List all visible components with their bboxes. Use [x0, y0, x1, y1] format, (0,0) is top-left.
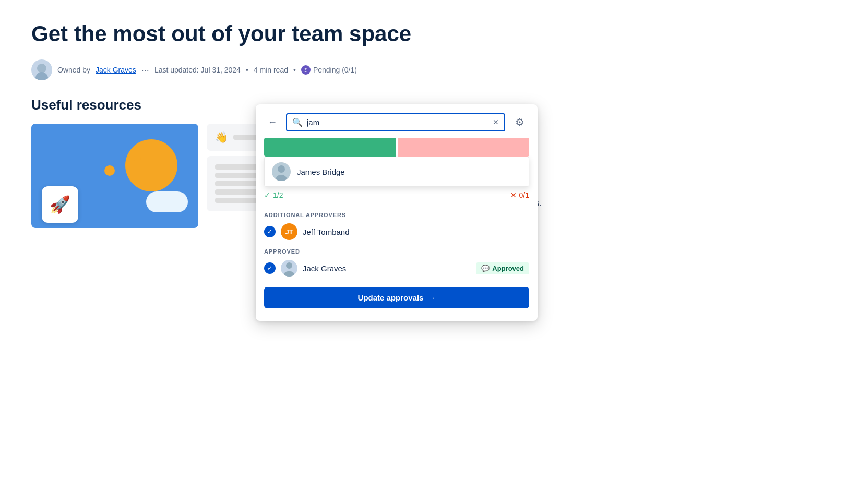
update-btn-label: Update approvals: [358, 293, 424, 302]
popup-header: ← 🔍 ✕ ⚙: [256, 104, 538, 138]
approved-badge: 💬 Approved: [476, 262, 529, 274]
more-options-dots[interactable]: ···: [141, 65, 149, 76]
resource-card-main[interactable]: 🚀: [31, 124, 198, 228]
jack-checkbox[interactable]: ✓: [264, 262, 276, 274]
approver-row-jeff: ✓ JT Jeff Tomband: [264, 223, 529, 240]
update-approvals-button[interactable]: Update approvals →: [264, 287, 529, 308]
pending-badge: ⏱ Pending (0/1): [301, 65, 357, 75]
jeff-avatar: JT: [281, 223, 297, 240]
check-icon: ✓: [264, 191, 270, 199]
approved-label: APPROVED: [264, 248, 529, 255]
separator1: •: [246, 66, 248, 74]
status-pink: [398, 138, 529, 157]
check-count: ✓ 1/2: [264, 191, 283, 199]
last-updated: Last updated: Jul 31, 2024: [154, 66, 241, 74]
rocket-card: 🚀: [42, 186, 78, 223]
wave-icon: 👋: [215, 131, 228, 143]
search-input[interactable]: [307, 118, 488, 127]
jack-graves-name: Jack Graves: [303, 264, 471, 273]
pending-label: Pending (0/1): [313, 66, 357, 74]
arrow-icon: →: [427, 293, 435, 302]
approver-row-jack: ✓ Jack Graves 💬 Approved: [264, 260, 529, 277]
back-button[interactable]: ←: [264, 114, 281, 130]
page-title: Get the most out of your team space: [31, 21, 828, 47]
separator2: •: [293, 66, 296, 74]
owner-link[interactable]: Jack Graves: [96, 66, 136, 74]
avatar: [31, 59, 52, 80]
x-value: 0/1: [519, 191, 529, 199]
dot1: [104, 165, 115, 176]
settings-button[interactable]: ⚙: [510, 113, 529, 131]
search-box: 🔍 ✕: [286, 113, 505, 131]
cloud-shape: [146, 191, 188, 212]
person-face: [272, 162, 291, 181]
jack-graves-avatar: [281, 260, 297, 277]
x-count: ✕ 0/1: [510, 191, 529, 199]
clear-icon[interactable]: ✕: [493, 118, 499, 126]
pending-icon: ⏱: [301, 65, 311, 75]
status-green: [264, 138, 396, 157]
james-bridge-name: James Bridge: [297, 167, 345, 176]
counts-row: ✓ 1/2 ✕ 0/1: [256, 187, 538, 203]
suggestion-dropdown: James Bridge: [264, 157, 529, 187]
status-bar: [264, 138, 529, 157]
meta-row: Owned by Jack Graves ··· Last updated: J…: [31, 59, 828, 80]
suggestion-item-james[interactable]: James Bridge: [265, 157, 529, 186]
check-value: 1/2: [273, 191, 283, 199]
approvals-popup: ← 🔍 ✕ ⚙ James Bridge ✓ 1/2 ✕ 0/1: [256, 104, 538, 321]
x-icon: ✕: [510, 191, 517, 199]
additional-approvers-label: ADDITIONAL APPROVERS: [264, 212, 529, 218]
read-time: 4 min read: [254, 66, 288, 74]
jeff-checkbox[interactable]: ✓: [264, 226, 276, 237]
jeff-name: Jeff Tomband: [303, 227, 529, 236]
search-icon: 🔍: [292, 117, 303, 127]
approvers-section: ADDITIONAL APPROVERS ✓ JT Jeff Tomband A…: [256, 212, 538, 277]
approved-badge-icon: 💬: [481, 265, 490, 272]
james-bridge-avatar: [272, 162, 291, 181]
approved-badge-label: Approved: [492, 265, 524, 272]
owner-label: Owned by: [57, 66, 90, 74]
sun-shape: [125, 139, 177, 191]
